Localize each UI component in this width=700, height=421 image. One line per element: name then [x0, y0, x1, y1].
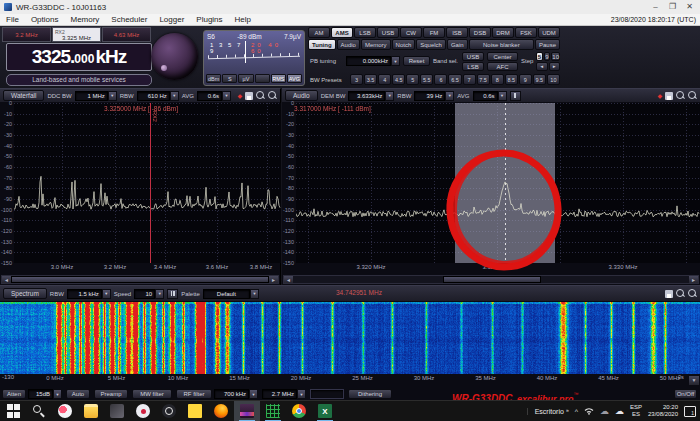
atten-value[interactable]: 15dB: [28, 389, 53, 399]
onedrive-icon[interactable]: ☁: [600, 406, 609, 416]
demod-tab-tuning[interactable]: Tuning: [308, 39, 336, 50]
desktop-toolbar[interactable]: Escritorio »: [527, 408, 569, 415]
mode-cw-button[interactable]: CW: [400, 27, 422, 38]
scroll-right-icon[interactable]: ►: [269, 276, 278, 283]
demod-tab-noise-blanker[interactable]: Noise blanker: [469, 39, 534, 50]
bw-preset-6[interactable]: 6: [434, 74, 447, 85]
auto-button[interactable]: Auto: [66, 389, 90, 399]
mode-usb-button[interactable]: USB: [377, 27, 399, 38]
taskbar-obs-studio-icon[interactable]: [156, 401, 182, 421]
taskbar-excel-icon[interactable]: X: [312, 401, 338, 421]
scroll-left-icon[interactable]: ◄: [2, 276, 11, 283]
rbw-value[interactable]: 39 Hz: [414, 91, 445, 101]
demod-tab-memory[interactable]: Memory: [361, 39, 391, 50]
taskbar-paint3d-icon[interactable]: [52, 401, 78, 421]
lsb-button[interactable]: LSB: [462, 62, 484, 71]
rbw-value[interactable]: 1.5 kHz: [67, 289, 102, 299]
menu-memory[interactable]: Memory: [64, 15, 105, 24]
demod-tab-pause[interactable]: Pause: [535, 39, 560, 50]
zoom-out-icon[interactable]: [268, 91, 277, 100]
ddc-spectrum-canvas[interactable]: [14, 103, 281, 263]
clock-tray[interactable]: 20:20 23/08/2020: [648, 404, 678, 418]
demod-tab-gain[interactable]: Gain: [447, 39, 468, 50]
save-icon[interactable]: [245, 92, 253, 100]
chevron-down-icon[interactable]: ▼: [102, 289, 111, 299]
tray-expand-icon[interactable]: ^: [575, 408, 578, 415]
bw-preset-4.5[interactable]: 4.5: [392, 74, 405, 85]
step-5-button[interactable]: 5: [536, 52, 543, 61]
if-filter-value[interactable]: 2.7 MHz: [262, 389, 297, 399]
save-icon[interactable]: [665, 290, 673, 298]
mode-dsb-button[interactable]: DSB: [469, 27, 491, 38]
audio-spectrum-canvas[interactable]: [296, 103, 700, 263]
chevron-down-icon[interactable]: ▼: [155, 289, 164, 299]
mode-drm-button[interactable]: DRM: [492, 27, 514, 38]
ddc-bw-value[interactable]: 1 MHz: [75, 91, 108, 101]
demod-tab-squelch[interactable]: Squelch: [416, 39, 446, 50]
audio-scroll-thumb[interactable]: [443, 276, 541, 283]
bw-preset-4[interactable]: 4: [378, 74, 391, 85]
mode-isb-button[interactable]: ISB: [446, 27, 468, 38]
bw-preset-9.5[interactable]: 9.5: [533, 74, 546, 85]
bw-preset-3[interactable]: 3: [350, 74, 363, 85]
meter-s-button[interactable]: S: [222, 74, 237, 83]
bw-preset-10[interactable]: 10: [547, 74, 560, 85]
frequency-display[interactable]: 3325.000kHz: [6, 43, 152, 71]
center-button[interactable]: Center: [487, 52, 518, 61]
audio-spectrum-plot[interactable]: [296, 103, 700, 263]
on-off-button[interactable]: On/Off: [674, 389, 697, 399]
zoom-out-icon[interactable]: [688, 289, 697, 298]
meter-blank-button[interactable]: [255, 74, 270, 83]
meter-rms-button[interactable]: RMS: [271, 74, 286, 83]
demod-tab-audio[interactable]: Audio: [337, 39, 360, 50]
menu-logger[interactable]: Logger: [153, 15, 190, 24]
rbw-value[interactable]: 610 Hz: [137, 91, 170, 101]
bw-preset-5.5[interactable]: 5.5: [420, 74, 433, 85]
tuning-knob[interactable]: [151, 33, 198, 80]
reset-button[interactable]: Reset: [403, 56, 430, 66]
scroll-right-icon[interactable]: ►: [689, 276, 698, 283]
scroll-down-icon[interactable]: ▼: [689, 376, 699, 385]
ddc-scroll-thumb[interactable]: [11, 276, 269, 283]
bw-preset-7.5[interactable]: 7.5: [477, 74, 490, 85]
taskbar-grid-app-icon[interactable]: [260, 401, 286, 421]
taskbar-chrome-icon[interactable]: [286, 401, 312, 421]
wifi-icon[interactable]: [584, 407, 594, 415]
taskbar-sticky-notes-icon[interactable]: [182, 401, 208, 421]
palette-value[interactable]: Default: [203, 289, 250, 299]
chevron-down-icon[interactable]: ▼: [53, 389, 62, 399]
save-icon[interactable]: [665, 92, 673, 100]
step-10-button[interactable]: 10: [551, 52, 560, 61]
cloud-icon[interactable]: ☁: [615, 406, 624, 416]
menu-plugins[interactable]: Plugins: [190, 15, 228, 24]
demod-tab-notch[interactable]: Notch: [392, 39, 416, 50]
notification-icon[interactable]: 1: [684, 406, 696, 417]
meter-avg-button[interactable]: AVG: [287, 74, 302, 83]
chevron-down-icon[interactable]: ▼: [249, 389, 258, 399]
atten-button[interactable]: Atten: [2, 389, 26, 399]
mode-udm-button[interactable]: UDM: [538, 27, 560, 38]
mode-am-button[interactable]: AM: [308, 27, 330, 38]
mode-ams-button[interactable]: AMS: [331, 27, 353, 38]
taskbar-search-icon[interactable]: [26, 401, 52, 421]
taskbar-photos-icon[interactable]: [104, 401, 130, 421]
mw-filter-button[interactable]: MW filter: [132, 389, 172, 399]
channel-tab-2[interactable]: RX23.325 MHz: [52, 27, 101, 42]
chevron-down-icon[interactable]: ▼: [445, 91, 454, 101]
step-9-button[interactable]: 9: [544, 52, 551, 61]
chevron-down-icon[interactable]: ▼: [250, 289, 259, 299]
language-indicator[interactable]: ESP ES: [630, 404, 642, 418]
audio-mute-button[interactable]: [510, 91, 521, 101]
minimize-button[interactable]: –: [647, 1, 664, 13]
chevron-down-icon[interactable]: ▼: [385, 91, 394, 101]
afc-button[interactable]: AFC: [487, 62, 518, 71]
zoom-in-icon[interactable]: [256, 91, 265, 100]
rf-filter-button[interactable]: RF filter: [176, 389, 212, 399]
avg-value[interactable]: 0.6s: [197, 91, 222, 101]
zoom-in-icon[interactable]: [676, 91, 685, 100]
maximize-button[interactable]: ❐: [664, 1, 681, 13]
chevron-icon[interactable]: »: [566, 407, 569, 413]
bw-preset-9[interactable]: 9: [519, 74, 532, 85]
bw-preset-3.5[interactable]: 3.5: [364, 74, 377, 85]
waterfall-canvas[interactable]: [0, 302, 700, 374]
